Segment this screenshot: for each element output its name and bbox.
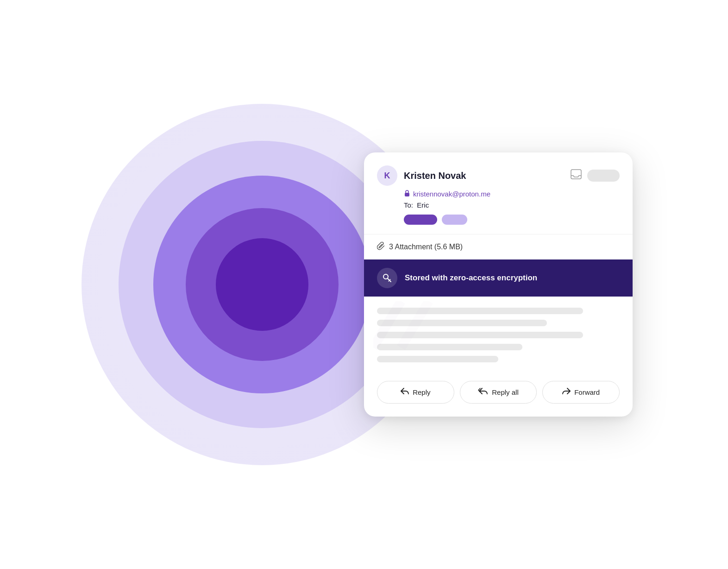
inbox-icon bbox=[571, 169, 582, 182]
reply-icon bbox=[401, 388, 409, 397]
sender-email: kristennovak@proton.me bbox=[404, 190, 620, 198]
lock-icon bbox=[404, 190, 410, 198]
body-line-4 bbox=[377, 344, 522, 350]
pills-row bbox=[404, 215, 620, 225]
sender-left: K Kristen Novak bbox=[377, 165, 466, 186]
encryption-text: Stored with zero-access encryption bbox=[405, 273, 537, 283]
body-line-5 bbox=[377, 356, 498, 362]
email-address: kristennovak@proton.me bbox=[413, 190, 490, 198]
email-card: K Kristen Novak bbox=[364, 152, 633, 417]
circle-5 bbox=[216, 238, 308, 331]
to-recipient: Eric bbox=[417, 201, 429, 209]
attachment-text: 3 Attachment (5.6 MB) bbox=[389, 243, 463, 251]
reply-label: Reply bbox=[413, 388, 430, 396]
clip-icon bbox=[377, 242, 385, 252]
forward-label: Forward bbox=[574, 388, 600, 396]
key-icon bbox=[377, 268, 397, 288]
card-header: K Kristen Novak bbox=[364, 152, 633, 234]
action-buttons: Reply Reply all bbox=[364, 372, 633, 417]
header-actions bbox=[571, 169, 620, 182]
body-lines bbox=[377, 308, 620, 362]
svg-rect-1 bbox=[405, 193, 409, 196]
reply-all-icon bbox=[478, 388, 488, 397]
forward-icon bbox=[562, 388, 571, 397]
reply-all-button[interactable]: Reply all bbox=[460, 381, 537, 404]
sender-row: K Kristen Novak bbox=[377, 165, 620, 186]
reply-button[interactable]: Reply bbox=[377, 381, 454, 404]
scene: K Kristen Novak bbox=[109, 53, 619, 516]
pill-blue bbox=[404, 215, 437, 225]
encryption-banner: Stored with zero-access encryption bbox=[364, 259, 633, 297]
to-row: To: Eric bbox=[404, 201, 620, 209]
body-line-2 bbox=[377, 320, 547, 326]
email-body bbox=[364, 297, 633, 372]
body-line-1 bbox=[377, 308, 583, 314]
action-pill bbox=[587, 170, 620, 182]
to-label: To: bbox=[404, 201, 413, 209]
svg-rect-0 bbox=[571, 170, 581, 179]
pill-lavender bbox=[442, 215, 467, 225]
avatar: K bbox=[377, 165, 397, 186]
sender-name: Kristen Novak bbox=[404, 171, 466, 181]
attachment-row: 3 Attachment (5.6 MB) bbox=[364, 234, 633, 259]
reply-all-label: Reply all bbox=[492, 388, 519, 396]
body-line-3 bbox=[377, 332, 583, 338]
forward-button[interactable]: Forward bbox=[542, 381, 620, 404]
